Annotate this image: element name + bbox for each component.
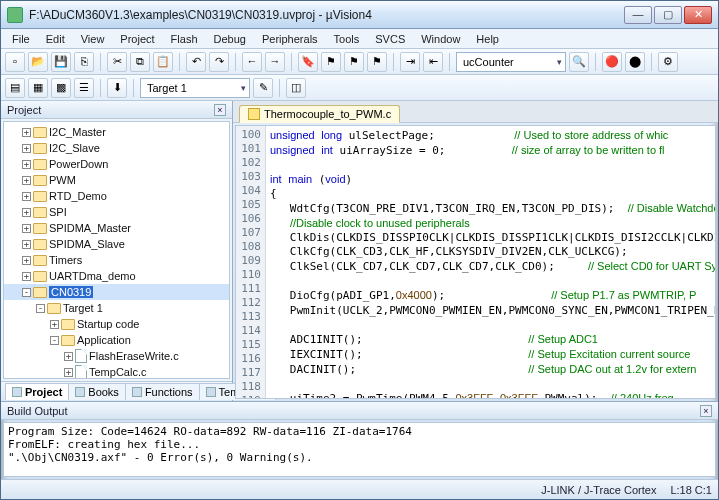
bookmark-button[interactable]: 🔖 — [298, 52, 318, 72]
expand-toggle[interactable]: + — [22, 272, 31, 281]
separator — [449, 53, 450, 71]
separator — [235, 53, 236, 71]
build-output-text[interactable]: Program Size: Code=14624 RO-data=892 RW-… — [3, 422, 716, 477]
open-button[interactable]: 📂 — [28, 52, 48, 72]
manage-button[interactable]: ◫ — [286, 78, 306, 98]
find-combo[interactable]: ucCounter — [456, 52, 566, 72]
translate-button[interactable]: ▤ — [5, 78, 25, 98]
batch-build-button[interactable]: ☰ — [74, 78, 94, 98]
expand-toggle[interactable]: + — [22, 128, 31, 137]
menu-peripherals[interactable]: Peripherals — [255, 31, 325, 47]
menu-tools[interactable]: Tools — [327, 31, 367, 47]
tree-node[interactable]: -CN0319 — [4, 284, 229, 300]
bookmark-next-button[interactable]: ⚑ — [344, 52, 364, 72]
file-tab-active[interactable]: Thermocouple_to_PWM.c — [239, 105, 400, 123]
tree-node[interactable]: +TempCalc.c — [4, 364, 229, 379]
expand-toggle[interactable]: + — [22, 256, 31, 265]
tree-node-label: Startup code — [77, 318, 139, 330]
indent-button[interactable]: ⇥ — [400, 52, 420, 72]
bookmark-prev-button[interactable]: ⚑ — [321, 52, 341, 72]
editor-body[interactable]: 100 101 102 103 104 105 106 107 108 109 … — [235, 125, 716, 399]
target-options-button[interactable]: ✎ — [253, 78, 273, 98]
title-bar[interactable]: F:\ADuCM360V1.3\examples\CN0319\CN0319.u… — [1, 1, 718, 29]
paste-button[interactable]: 📋 — [153, 52, 173, 72]
tree-node[interactable]: +FlashEraseWrite.c — [4, 348, 229, 364]
expand-toggle[interactable]: + — [22, 176, 31, 185]
nav-back-button[interactable]: ← — [242, 52, 262, 72]
tab-project[interactable]: Project — [5, 383, 69, 400]
tree-node[interactable]: +SPIDMA_Slave — [4, 236, 229, 252]
tab-functions[interactable]: Functions — [125, 383, 200, 400]
tree-node[interactable]: +I2C_Master — [4, 124, 229, 140]
sheet-icon: ▤ — [10, 82, 20, 93]
expand-toggle[interactable]: + — [22, 160, 31, 169]
copy-button[interactable]: ⧉ — [130, 52, 150, 72]
close-button[interactable]: ✕ — [684, 6, 712, 24]
config-button[interactable]: ⚙ — [658, 52, 678, 72]
cut-button[interactable]: ✂ — [107, 52, 127, 72]
expand-toggle[interactable]: - — [36, 304, 45, 313]
build-output-title-bar[interactable]: Build Output × — [1, 402, 718, 420]
project-pane-title-bar[interactable]: Project × — [1, 101, 232, 119]
expand-toggle[interactable]: + — [22, 224, 31, 233]
menu-edit[interactable]: Edit — [39, 31, 72, 47]
expand-toggle[interactable]: + — [64, 352, 73, 361]
tree-node[interactable]: +PWM — [4, 172, 229, 188]
target-combo[interactable]: Target 1 — [140, 78, 250, 98]
expand-toggle[interactable]: + — [22, 192, 31, 201]
tree-node-label: Timers — [49, 254, 82, 266]
minimize-button[interactable]: — — [624, 6, 652, 24]
expand-toggle[interactable]: - — [50, 336, 59, 345]
menu-flash[interactable]: Flash — [164, 31, 205, 47]
new-button[interactable]: ▫ — [5, 52, 25, 72]
download-button[interactable]: ⬇ — [107, 78, 127, 98]
menu-svcs[interactable]: SVCS — [368, 31, 412, 47]
tree-node[interactable]: +SPIDMA_Master — [4, 220, 229, 236]
menu-debug[interactable]: Debug — [207, 31, 253, 47]
find-button[interactable]: 🔍 — [569, 52, 589, 72]
code-area[interactable]: unsigned long ulSelectPage; // Used to s… — [266, 126, 715, 398]
project-tree[interactable]: +I2C_Master+I2C_Slave+PowerDown+PWM+RTD_… — [3, 121, 230, 379]
separator — [100, 79, 101, 97]
menu-project[interactable]: Project — [113, 31, 161, 47]
menu-file[interactable]: File — [5, 31, 37, 47]
undo-button[interactable]: ↶ — [186, 52, 206, 72]
tree-node[interactable]: +SPI — [4, 204, 229, 220]
nav-fwd-button[interactable]: → — [265, 52, 285, 72]
expand-toggle[interactable]: + — [50, 320, 59, 329]
save-button[interactable]: 💾 — [51, 52, 71, 72]
debug-start-button[interactable]: 🔴 — [602, 52, 622, 72]
toolbar-standard: ▫ 📂 💾 ⎘ ✂ ⧉ 📋 ↶ ↷ ← → 🔖 ⚑ ⚑ ⚑ ⇥ ⇤ ucCoun… — [1, 49, 718, 75]
build-button[interactable]: ▦ — [28, 78, 48, 98]
maximize-button[interactable]: ▢ — [654, 6, 682, 24]
breakpoint-button[interactable]: ⬤ — [625, 52, 645, 72]
expand-toggle[interactable]: + — [22, 144, 31, 153]
save-all-button[interactable]: ⎘ — [74, 52, 94, 72]
bookmark-clear-button[interactable]: ⚑ — [367, 52, 387, 72]
tree-node[interactable]: +Startup code — [4, 316, 229, 332]
tree-node[interactable]: +RTD_Demo — [4, 188, 229, 204]
expand-toggle[interactable]: + — [22, 208, 31, 217]
tree-node[interactable]: -Application — [4, 332, 229, 348]
tree-node[interactable]: -Target 1 — [4, 300, 229, 316]
expand-toggle[interactable]: + — [64, 368, 73, 377]
tree-node[interactable]: +UARTDma_demo — [4, 268, 229, 284]
books-icon — [75, 387, 85, 397]
tab-books[interactable]: Books — [68, 383, 126, 400]
bookmark-icon: 🔖 — [301, 56, 315, 67]
pane-close-button[interactable]: × — [214, 104, 226, 116]
expand-toggle[interactable]: - — [22, 288, 31, 297]
expand-toggle[interactable]: + — [22, 240, 31, 249]
menu-window[interactable]: Window — [414, 31, 467, 47]
menu-view[interactable]: View — [74, 31, 112, 47]
pane-close-button[interactable]: × — [700, 405, 712, 417]
rebuild-button[interactable]: ▩ — [51, 78, 71, 98]
cut-icon: ✂ — [113, 56, 122, 67]
project-pane-title: Project — [7, 104, 41, 116]
outdent-button[interactable]: ⇤ — [423, 52, 443, 72]
tree-node[interactable]: +PowerDown — [4, 156, 229, 172]
menu-help[interactable]: Help — [469, 31, 506, 47]
tree-node[interactable]: +Timers — [4, 252, 229, 268]
tree-node[interactable]: +I2C_Slave — [4, 140, 229, 156]
redo-button[interactable]: ↷ — [209, 52, 229, 72]
